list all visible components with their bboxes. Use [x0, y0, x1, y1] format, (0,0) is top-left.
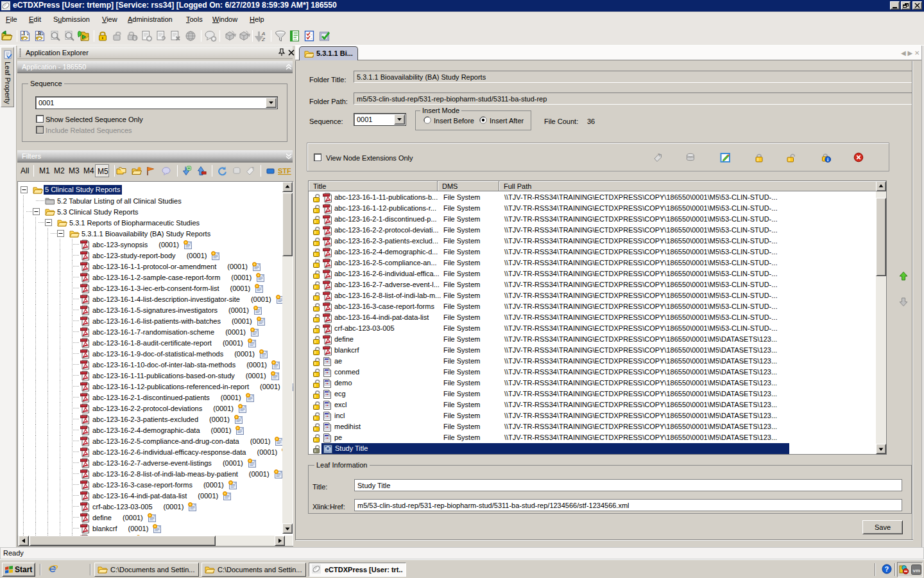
svg-text:Z: Z	[261, 37, 266, 42]
svg-text:vm: vm	[913, 568, 921, 574]
svg-text:STF: STF	[278, 167, 291, 175]
svg-text:T: T	[252, 166, 254, 170]
svg-text:I: I	[23, 31, 25, 37]
svg-text:?: ?	[885, 565, 889, 573]
svg-text:T: T	[658, 153, 660, 157]
svg-text:R: R	[38, 31, 42, 37]
svg-text:A: A	[261, 31, 265, 37]
